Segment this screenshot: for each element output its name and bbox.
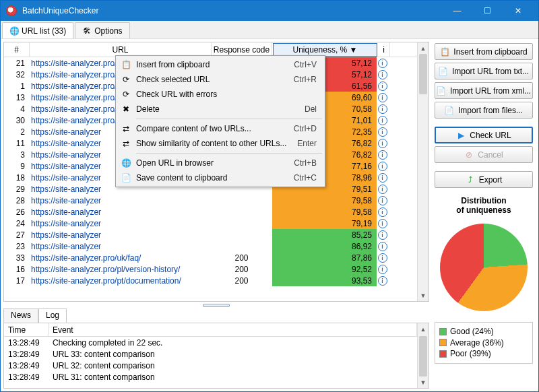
cell-url[interactable]: https://site-analyzer.pro/pt/documentati… [30,275,212,286]
cell-info[interactable]: i [377,172,389,183]
menu-item[interactable]: ⇄Compare content of two URLs...Ctrl+D [117,121,323,136]
table-row[interactable]: 23https://site-analyzer86,92i [4,240,417,252]
table-row[interactable]: 33https://site-analyzer.pro/uk/faq/20087… [4,252,417,263]
cell-info[interactable]: i [377,137,389,149]
cell-info[interactable]: i [377,252,389,263]
scroll-up-icon[interactable]: ▲ [418,323,429,335]
menu-item[interactable]: ⟳Check selected URLCtrl+R [117,72,323,87]
col-number[interactable]: # [4,42,30,57]
cell-info[interactable]: i [377,57,389,69]
cell-url[interactable]: https://site-analyzer [30,206,212,218]
scroll-down-icon[interactable]: ▼ [418,377,429,388]
log-scrollbar[interactable]: ▲ ▼ [417,323,429,388]
scroll-thumb[interactable] [419,54,427,94]
log-row[interactable]: 13:28:49Checking completed in 22 sec. [4,337,417,348]
info-icon[interactable]: i [378,219,387,228]
info-icon[interactable]: i [378,127,387,137]
col-url[interactable]: URL [30,42,212,57]
table-row[interactable]: 26https://site-analyzer79,58i [4,206,417,218]
col-time[interactable]: Time [4,323,49,336]
info-icon[interactable]: i [378,276,387,286]
col-uniqueness[interactable]: Uniqueness, % ▼ [273,43,377,57]
col-event[interactable]: Event [49,323,417,336]
cell-info[interactable]: i [377,80,389,92]
cell-info[interactable]: i [377,229,389,240]
info-icon[interactable]: i [378,230,387,240]
cell-info[interactable]: i [377,92,389,103]
cell-info[interactable]: i [377,263,389,275]
info-icon[interactable]: i [378,162,387,171]
cell-url[interactable]: https://site-analyzer [30,240,212,252]
cell-info[interactable]: i [377,218,389,229]
cell-url[interactable]: https://site-analyzer [30,218,212,229]
info-icon[interactable]: i [378,93,387,102]
import-txt-button[interactable]: 📄Import URL from txt... [435,63,533,79]
cell-info[interactable]: i [377,103,389,115]
splitter-handle[interactable] [3,302,429,308]
import-files-button[interactable]: 📄Import from files... [435,102,533,119]
maximize-button[interactable]: ☐ [472,1,503,21]
cancel-button: ⊘Cancel [435,146,533,163]
menu-item[interactable]: 📋Insert from clipboardCtrl+V [117,57,323,72]
info-icon[interactable]: i [378,116,387,125]
menu-item[interactable]: ⇄Show similarity of content to other URL… [117,136,323,151]
log-header[interactable]: Time Event [4,323,417,337]
cell-info[interactable]: i [377,275,389,286]
cell-info[interactable]: i [377,240,389,252]
grid-scrollbar[interactable]: ▲ ▼ [417,42,429,301]
cell-info[interactable]: i [377,149,389,160]
menu-item[interactable]: 🌐Open URL in browserCtrl+B [117,156,323,170]
cell-url[interactable]: https://site-analyzer.pro/pl/version-his… [30,263,212,275]
insert-clipboard-button[interactable]: 📋Insert from clipboard [435,43,533,60]
minimize-button[interactable]: — [442,1,472,21]
menu-item[interactable]: 📄Save content to clipboardCtrl+C [117,170,323,185]
close-button[interactable]: ✕ [503,1,533,21]
menu-item[interactable]: ⟳Check URL with errors [117,87,323,102]
tab-url-list[interactable]: 🌐 URL list (33) [2,22,73,38]
cell-info[interactable]: i [377,183,389,195]
export-button[interactable]: ⤴Export [435,171,533,188]
scroll-thumb[interactable] [419,336,427,377]
cell-url[interactable]: https://site-analyzer [30,195,212,206]
cell-info[interactable]: i [377,160,389,172]
cell-info[interactable]: i [377,69,389,80]
log-row[interactable]: 13:28:49URL 32: content comparison [4,360,417,371]
cell-url[interactable]: https://site-analyzer [30,229,212,240]
info-icon[interactable]: i [378,81,387,91]
info-icon[interactable]: i [378,150,387,160]
log-row[interactable]: 13:28:49URL 33: content comparison [4,348,417,360]
info-icon[interactable]: i [378,59,387,68]
table-row[interactable]: 27https://site-analyzer85,25i [4,229,417,240]
scroll-up-icon[interactable]: ▲ [418,42,429,54]
scroll-down-icon[interactable]: ▼ [418,290,429,301]
col-response[interactable]: Response code [212,42,272,57]
table-row[interactable]: 16https://site-analyzer.pro/pl/version-h… [4,263,417,275]
info-icon[interactable]: i [378,196,387,205]
cell-info[interactable]: i [377,195,389,206]
info-icon[interactable]: i [378,265,387,274]
check-url-button[interactable]: ▶Check URL [435,127,533,143]
url-grid[interactable]: # URL Response code Uniqueness, % ▼ i 21… [3,42,429,302]
table-row[interactable]: 17https://site-analyzer.pro/pt/documenta… [4,275,417,286]
info-icon[interactable]: i [378,185,387,194]
cell-info[interactable]: i [377,126,389,137]
table-row[interactable]: 24https://site-analyzer79,19i [4,218,417,229]
menu-item[interactable]: ✖DeleteDel [117,102,323,117]
info-icon[interactable]: i [378,70,387,79]
tab-news[interactable]: News [3,308,38,323]
info-icon[interactable]: i [378,104,387,114]
info-icon[interactable]: i [378,242,387,251]
cell-info[interactable]: i [377,206,389,218]
cell-url[interactable]: https://site-analyzer.pro/uk/faq/ [30,252,212,263]
info-icon[interactable]: i [378,253,387,263]
cell-info[interactable]: i [377,115,389,126]
log-row[interactable]: 13:28:49URL 31: content comparison [4,371,417,383]
info-icon[interactable]: i [378,207,387,217]
info-icon[interactable]: i [378,139,387,148]
col-info[interactable]: i [378,42,390,57]
info-icon[interactable]: i [378,173,387,183]
table-row[interactable]: 28https://site-analyzer79,58i [4,195,417,206]
tab-log[interactable]: Log [38,308,67,323]
import-xml-button[interactable]: 📄Import URL from xml... [435,82,533,99]
tab-options[interactable]: 🛠 Options [75,22,129,38]
